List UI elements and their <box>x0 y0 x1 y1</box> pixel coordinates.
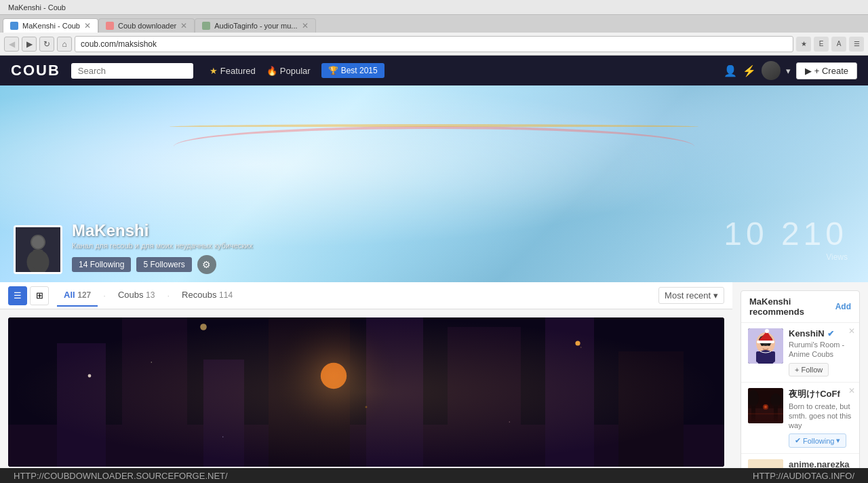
create-button[interactable]: ▶ + Create <box>796 62 857 79</box>
rec-2-close[interactable]: ✕ <box>848 387 855 395</box>
video-thumbnail-1 <box>8 317 724 467</box>
settings-button[interactable]: ⚙ <box>197 255 216 274</box>
tab-coubs[interactable]: Coubs 13 <box>111 284 162 307</box>
sidebar-title: MaKenshi recommends <box>749 296 835 317</box>
rec-2-dropdown-icon: ▾ <box>836 436 840 445</box>
tab-bar: MaKenshi - Coub ✕ Coub downloader ✕ Audi… <box>0 15 868 33</box>
rec-1-close[interactable]: ✕ <box>848 327 855 335</box>
create-label: + Create <box>814 66 848 76</box>
tab-2-favicon <box>106 22 114 30</box>
rec-1-name-text: KenshiN <box>789 328 825 339</box>
tab-3-close[interactable]: ✕ <box>302 22 309 30</box>
all-label: All <box>64 290 75 300</box>
list-view-button[interactable]: ☰ <box>8 286 27 305</box>
extension-icon-2[interactable]: A <box>831 37 846 52</box>
video-grid <box>0 309 732 468</box>
rec-2-btn-label: Following <box>803 437 834 445</box>
tab-1-title: MaKenshi - Coub <box>22 22 80 30</box>
menu-icon[interactable]: ☰ <box>849 37 864 52</box>
tab-2-close[interactable]: ✕ <box>180 22 187 30</box>
sidebar-header: MaKenshi recommends Add <box>741 291 859 323</box>
bookmark-icon[interactable]: ★ <box>796 37 811 52</box>
following-count: 14 <box>79 260 87 269</box>
tab-2[interactable]: Coub downloader ✕ <box>98 18 195 33</box>
rec-1-name: KenshiN ✔ <box>789 328 852 339</box>
views-number: 10 210 <box>724 215 848 252</box>
rec-3-info: anime.narezka Sensualism, anime and pass… <box>789 459 852 468</box>
bolt-icon[interactable]: ⚡ <box>743 64 756 77</box>
tab-recoubs[interactable]: Recoubs 114 <box>175 284 239 307</box>
rec-2-desc: Born to create, but smth. goes not this … <box>789 402 852 431</box>
rec-item-2: ✕ <box>741 383 859 455</box>
avatar-image <box>16 227 60 272</box>
tab-3-favicon <box>202 22 210 30</box>
svg-rect-46 <box>748 459 783 468</box>
rec-2-avatar <box>748 388 783 423</box>
rec-3-name: anime.narezka <box>789 459 852 468</box>
svg-point-43 <box>763 404 768 410</box>
svg-point-40 <box>748 390 759 406</box>
rec-1-avatar-img <box>748 328 783 364</box>
avatar-svg <box>16 225 60 274</box>
all-count: 127 <box>77 290 91 300</box>
grid-view-button[interactable]: ⊞ <box>30 286 49 305</box>
following-stat-button[interactable]: 14 Following <box>72 257 131 272</box>
rec-1-avatar-svg <box>748 328 783 364</box>
home-button[interactable]: ⌂ <box>57 37 72 52</box>
back-button[interactable]: ◀ <box>4 37 19 52</box>
bottom-left-link[interactable]: HTTP://COUBDOWNLOADER.SOURCEFORGE.NET/ <box>14 471 228 481</box>
content-area: ☰ ⊞ All 127 · Coubs 13 · Recoubs 114 <box>0 282 732 468</box>
bottom-right-link[interactable]: HTTP://AUDIOTAG.INFO/ <box>753 471 854 481</box>
star-icon: ★ <box>210 66 218 76</box>
address-bar[interactable]: coub.com/maksishok <box>75 36 793 52</box>
following-label: Following <box>90 260 125 269</box>
sidebar-add-link[interactable]: Add <box>835 302 851 311</box>
avatar-dropdown-icon[interactable]: ▾ <box>786 66 791 76</box>
rec-1-avatar <box>748 328 783 364</box>
sidebar: MaKenshi recommends Add ✕ <box>732 282 868 468</box>
sep2: · <box>167 290 170 301</box>
titlebar: MaKenshi - Coub <box>0 0 868 15</box>
tab-1-close[interactable]: ✕ <box>84 22 91 30</box>
extension-icon-1[interactable]: E <box>814 37 829 52</box>
views-count: 10 210 Views <box>724 215 848 262</box>
browser-right-icons: ★ E A ☰ <box>796 37 864 52</box>
site-logo[interactable]: COUB <box>11 62 60 79</box>
rec-2-name: 夜明け†CoFf <box>789 388 852 400</box>
sort-arrow-icon: ▾ <box>713 290 718 301</box>
sort-dropdown[interactable]: Most recent ▾ <box>658 287 724 304</box>
sort-label: Most recent <box>665 290 711 301</box>
tab-1[interactable]: MaKenshi - Coub ✕ <box>3 18 98 33</box>
tab-3[interactable]: AudioTaginfo - your mu... ✕ <box>195 18 315 33</box>
popular-link[interactable]: 🔥 Popular <box>267 66 311 76</box>
search-input[interactable] <box>71 63 193 79</box>
rec-item-1: ✕ <box>741 323 859 383</box>
rec-3-name-text: anime.narezka <box>789 459 850 468</box>
trophy-icon: 🏆 <box>328 66 338 75</box>
views-label: Views <box>724 252 848 262</box>
header-right: 👤 ⚡ ▾ ▶ + Create <box>724 61 857 80</box>
rec-1-follow-button[interactable]: + Follow <box>789 363 829 376</box>
svg-point-33 <box>761 343 764 346</box>
rec-2-following-button[interactable]: ✔ Following ▾ <box>789 433 846 448</box>
person-icon[interactable]: 👤 <box>724 64 737 77</box>
forward-button[interactable]: ▶ <box>22 37 37 52</box>
tab-all[interactable]: All 127 <box>57 284 98 307</box>
followers-count: 5 <box>143 260 148 269</box>
user-avatar[interactable] <box>762 61 781 80</box>
tab-3-title: AudioTaginfo - your mu... <box>214 22 297 30</box>
browser-toolbar: ◀ ▶ ↻ ⌂ coub.com/maksishok ★ E A ☰ <box>0 33 868 56</box>
followers-stat-button[interactable]: 5 Followers <box>136 257 191 272</box>
browser-chrome: MaKenshi - Coub MaKenshi - Coub ✕ Coub d… <box>0 0 868 56</box>
flame-icon: 🔥 <box>267 66 277 76</box>
reload-button[interactable]: ↻ <box>39 37 54 52</box>
nav-links: ★ Featured 🔥 Popular <box>210 66 311 76</box>
bottom-bar: HTTP://COUBDOWNLOADER.SOURCEFORGE.NET/ H… <box>0 468 868 483</box>
featured-link[interactable]: ★ Featured <box>210 66 256 76</box>
best2015-button[interactable]: 🏆 Best 2015 <box>321 63 384 78</box>
rec-2-avatar-svg <box>748 388 783 423</box>
video-card-1[interactable] <box>8 317 724 467</box>
svg-rect-4 <box>33 250 43 269</box>
address-text: coub.com/maksishok <box>81 39 157 49</box>
rec-2-info: 夜明け†CoFf Born to create, but smth. goes … <box>789 388 852 448</box>
